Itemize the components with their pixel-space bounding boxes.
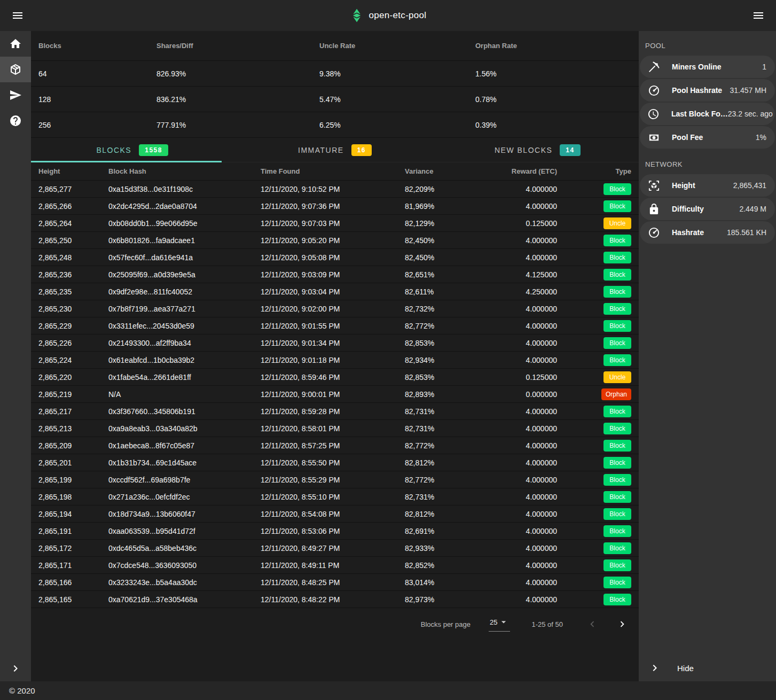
type-chip: Block — [603, 286, 631, 298]
cell-height: 2,865,235 — [38, 287, 108, 296]
type-chip: Block — [603, 577, 631, 588]
luck-cell-uncle-rate: 5.47% — [319, 95, 475, 104]
cell-time-found: 12/11/2020, 8:55:50 PM — [261, 458, 405, 467]
header-height: Height — [38, 167, 108, 175]
per-page-value: 25 — [490, 618, 497, 626]
type-chip: Block — [603, 525, 631, 537]
hide-panel-button[interactable]: Hide — [639, 655, 776, 681]
nav-item-help[interactable] — [0, 108, 31, 134]
type-chip: Block — [603, 235, 631, 246]
cell-variance: 82,129% — [405, 219, 482, 228]
menu-toggle-left-button[interactable] — [9, 7, 26, 24]
cell-block-hash: 0x3f367660...345806b191 — [108, 407, 261, 416]
type-chip: Block — [603, 252, 631, 263]
luck-cell-orphan-rate: 0.39% — [475, 121, 631, 129]
hide-label: Hide — [677, 664, 694, 673]
header-type: Type — [557, 167, 631, 175]
paginator: Blocks per page 25 1-25 of 50 — [31, 608, 639, 640]
prev-page-button[interactable] — [584, 616, 600, 632]
cell-time-found: 12/11/2020, 8:48:22 PM — [261, 595, 405, 604]
block-table-row: 2,865,236 0x25095f69...a0d39e9e5a 12/11/… — [31, 266, 639, 283]
cell-time-found: 12/11/2020, 9:07:36 PM — [261, 202, 405, 211]
cell-block-hash: 0x57fec60f...da616e941a — [108, 253, 261, 262]
type-chip: Block — [603, 337, 631, 349]
blocks-table-header: Height Block Hash Time Found Variance Re… — [31, 162, 639, 181]
tab-new-blocks-label: NEW BLOCKS — [495, 146, 552, 154]
cell-block-hash: 0x25095f69...a0d39e9e5a — [108, 270, 261, 279]
cell-block-hash: 0x3311efec...20453d0e59 — [108, 322, 261, 330]
cell-variance: 82,611% — [405, 287, 482, 296]
per-page-select[interactable]: 25 — [489, 617, 510, 632]
cell-height: 2,865,217 — [38, 407, 108, 416]
type-chip: Block — [603, 423, 631, 434]
block-table-row: 2,865,191 0xaa063539...b95d41d72f 12/11/… — [31, 523, 639, 540]
chevron-right-icon — [648, 662, 661, 674]
luck-table-row: 64 826.93% 9.38% 1.56% — [31, 61, 639, 87]
nav-item-blocks[interactable] — [0, 57, 31, 82]
cell-height: 2,865,201 — [38, 458, 108, 467]
luck-cell-shares-diff: 777.91% — [156, 121, 319, 129]
block-table-row: 2,865,230 0x7b8f7199...aea377a271 12/11/… — [31, 300, 639, 317]
chevron-left-icon — [586, 618, 598, 630]
block-table-row: 2,865,224 0x61eabfcd...1b0cba39b2 12/11/… — [31, 352, 639, 369]
cell-reward: 4.000000 — [482, 544, 557, 553]
header-variance: Variance — [405, 167, 482, 175]
stat-value: 2.449 M — [739, 205, 766, 213]
cell-height: 2,865,229 — [38, 322, 108, 330]
block-table-row: 2,865,226 0x21493300...af2ff9ba34 12/11/… — [31, 335, 639, 352]
nav-item-home[interactable] — [0, 31, 31, 57]
stat-label: Difficulty — [672, 205, 704, 213]
app-title: open-etc-pool — [369, 10, 427, 21]
cell-block-hash: 0xb08dd0b1...99e066d95e — [108, 219, 261, 228]
cell-reward: 4.000000 — [482, 458, 557, 467]
cell-variance: 82,732% — [405, 305, 482, 313]
lock-icon — [647, 203, 660, 215]
cell-reward: 4.000000 — [482, 527, 557, 535]
gauge-icon — [647, 227, 660, 239]
next-page-button[interactable] — [614, 616, 630, 632]
luck-cell-shares-diff: 826.93% — [156, 69, 319, 78]
gauge-icon — [647, 84, 660, 97]
type-chip: Block — [603, 474, 631, 486]
cell-height: 2,865,165 — [38, 595, 108, 604]
cell-block-hash: 0x1fabe54a...2661de81ff — [108, 373, 261, 382]
rail-expand-button[interactable] — [0, 656, 31, 681]
page-range-label: 1-25 of 50 — [531, 620, 563, 628]
pickaxe-icon — [647, 61, 660, 73]
cell-block-hash: 0x7cdce548...3636093050 — [108, 561, 261, 570]
block-table-row: 2,865,266 0x2dc4295d...2dae0a8704 12/11/… — [31, 198, 639, 215]
cell-time-found: 12/11/2020, 9:03:09 PM — [261, 270, 405, 279]
cell-variance: 82,450% — [405, 236, 482, 245]
cell-reward: 0.125000 — [482, 219, 557, 228]
cell-block-hash: 0xccdf562f...69a698b7fe — [108, 476, 261, 484]
cell-height: 2,865,166 — [38, 578, 108, 587]
main-content: Blocks Shares/Diff Uncle Rate Orphan Rat… — [31, 31, 639, 681]
cell-time-found: 12/11/2020, 8:54:08 PM — [261, 510, 405, 518]
cell-time-found: 12/11/2020, 9:07:03 PM — [261, 219, 405, 228]
type-chip: Block — [603, 440, 631, 452]
block-table-row: 2,865,198 0x271a236c...0efcfdf2ec 12/11/… — [31, 488, 639, 505]
chevron-right-icon — [616, 618, 628, 630]
cell-reward: 4.000000 — [482, 561, 557, 570]
stat-value: 185.561 KH — [727, 228, 766, 237]
cell-variance: 82,852% — [405, 561, 482, 570]
tab-blocks[interactable]: BLOCKS 1558 — [31, 138, 233, 162]
header-reward: Reward (ETC) — [482, 167, 557, 175]
tab-immature[interactable]: IMMATURE 16 — [233, 138, 436, 162]
tab-new-blocks[interactable]: NEW BLOCKS 14 — [436, 138, 639, 162]
luck-header-shares-diff: Shares/Diff — [156, 42, 319, 50]
block-table-row: 2,865,209 0x1aebeca8...8f67c05e87 12/11/… — [31, 437, 639, 454]
cell-variance: 82,812% — [405, 458, 482, 467]
cell-reward: 4.000000 — [482, 202, 557, 211]
cell-block-hash: 0x2dc4295d...2dae0a8704 — [108, 202, 261, 211]
hamburger-icon — [752, 9, 765, 22]
cell-reward: 4.000000 — [482, 305, 557, 313]
cell-time-found: 12/11/2020, 8:49:11 PM — [261, 561, 405, 570]
stat-label: Miners Online — [672, 63, 722, 71]
cell-time-found: 12/11/2020, 9:03:04 PM — [261, 287, 405, 296]
cell-time-found: 12/11/2020, 8:59:28 PM — [261, 407, 405, 416]
cell-time-found: 12/11/2020, 8:58:01 PM — [261, 424, 405, 433]
menu-toggle-right-button[interactable] — [750, 7, 767, 24]
nav-item-payments[interactable] — [0, 82, 31, 108]
content-filler — [31, 640, 639, 681]
